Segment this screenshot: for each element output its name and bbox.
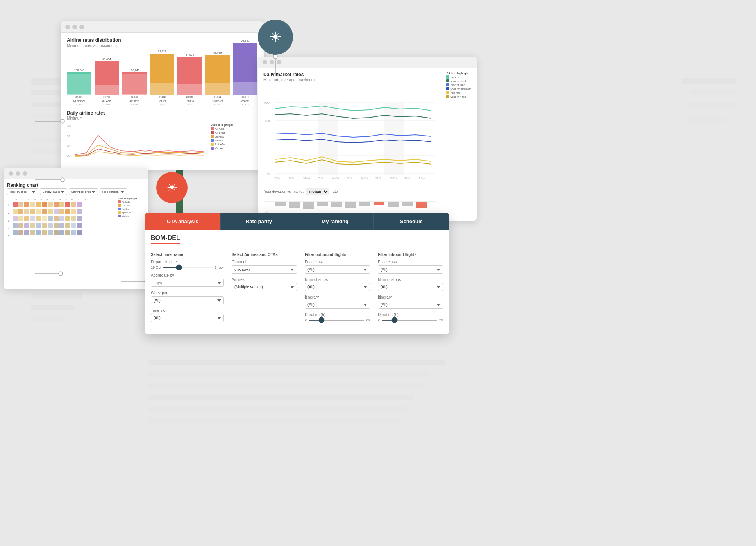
legend-vistara[interactable]: Vistara xyxy=(211,147,242,150)
bar-label-top-4: 54,879 xyxy=(186,54,194,56)
svg-text:50K: 50K xyxy=(265,120,270,122)
inbound-duration-slider[interactable] xyxy=(381,320,438,321)
legend-air-india[interactable]: Air India xyxy=(211,131,242,134)
tab-my-ranking[interactable]: My ranking xyxy=(297,213,374,230)
svg-rect-41 xyxy=(345,202,356,208)
svg-text:21: 21 xyxy=(15,199,17,201)
time-slot-select[interactable]: (All) xyxy=(151,314,224,322)
market-legend-your-max[interactable]: your max rate xyxy=(446,79,471,82)
bar-air-asia: 47,414 18,770 Air Asia 13,619 xyxy=(95,58,119,106)
svg-rect-44 xyxy=(388,202,399,207)
market-legend-your-median[interactable]: your median rate xyxy=(446,87,471,90)
svg-rect-78 xyxy=(30,209,35,214)
bar-spicejet: 59,939 24,811 SpiceJet 12,105 xyxy=(205,51,230,106)
ranking-controls: Rank by price Sort by lowest Show best p… xyxy=(7,188,145,195)
svg-text:10K: 10K xyxy=(67,154,72,157)
outbound-duration-slider[interactable] xyxy=(308,320,365,321)
svg-text:26 Oct: 26 Oct xyxy=(332,177,339,179)
tab-rate-parity[interactable]: Rate parity xyxy=(221,213,297,230)
market-chrome-dot-1 xyxy=(263,60,267,64)
bar-label-mid-2: 36,330 xyxy=(131,96,138,98)
hide-duration-select[interactable]: Hide duration xyxy=(100,188,127,195)
outbound-stops-select[interactable]: (All) xyxy=(305,283,370,291)
ranking-legend-vistara[interactable]: Vistara xyxy=(118,215,145,217)
main-form: BOM-DEL Select time frame Departure date… xyxy=(145,230,449,331)
bar-label-top-2: 130,240 xyxy=(129,69,139,72)
ranking-legend-spicejet[interactable]: SpiceJet xyxy=(118,211,145,214)
inbound-price-class-select[interactable]: (All) xyxy=(378,265,443,274)
legend-spicejet[interactable]: SpiceJet xyxy=(211,143,242,146)
market-rates-panel: Daily market rates Minimum, average, max… xyxy=(258,57,477,221)
bar-name-4: IndiGo xyxy=(186,100,194,102)
bar-seg-top-2 xyxy=(122,72,147,74)
outbound-price-class-label: Price class xyxy=(305,260,370,264)
svg-rect-67 xyxy=(42,202,47,207)
svg-rect-125 xyxy=(77,230,82,235)
week-part-select[interactable]: (All) xyxy=(151,296,224,304)
svg-rect-71 xyxy=(65,202,70,207)
svg-text:28: 28 xyxy=(59,199,61,201)
sort-by-select[interactable]: Sort by lowest xyxy=(40,188,67,195)
svg-rect-72 xyxy=(71,202,76,207)
svg-rect-46 xyxy=(416,202,427,208)
market-legend: Click to highlight max rate your max rat… xyxy=(446,72,471,99)
market-legend-min[interactable]: min rate xyxy=(446,91,471,94)
time-slot-label: Time slot xyxy=(151,308,224,313)
ranking-legend-gofirst[interactable]: GoFirst xyxy=(118,204,145,207)
bar-seg-mid-2 xyxy=(122,74,147,94)
aggregate-select[interactable]: days xyxy=(151,279,224,287)
outbound-duration-row: 2 29 xyxy=(305,318,370,322)
outbound-price-class-select[interactable]: (All) xyxy=(305,265,370,274)
legend-air-asia[interactable]: Air Asia xyxy=(211,127,242,130)
legend-gofirst[interactable]: GoFirst xyxy=(211,135,242,138)
avatar-top[interactable]: ☀ xyxy=(258,20,293,55)
market-title-row: Daily market rates Minimum, average, max… xyxy=(263,72,471,99)
channel-group: Channel unknown xyxy=(232,260,297,274)
svg-rect-37 xyxy=(289,202,300,208)
bar-seg-bot-2 xyxy=(122,94,147,95)
market-chrome xyxy=(258,57,477,68)
svg-rect-111 xyxy=(71,223,76,228)
svg-text:30 Oct: 30 Oct xyxy=(390,177,397,179)
bar-name-0: All airlines xyxy=(73,100,85,102)
show-best-select[interactable]: Show best price xyxy=(69,188,98,195)
deviation-select[interactable]: median xyxy=(306,188,329,195)
bar-label-bot-1: 13,619 xyxy=(103,103,110,106)
svg-text:25: 25 xyxy=(40,199,42,201)
inbound-col: Filter inbound flights Price class (All)… xyxy=(378,252,443,326)
market-chrome-dot-2 xyxy=(270,60,274,64)
chrome-dot-3 xyxy=(79,25,84,29)
inbound-itinerary-select[interactable]: (All) xyxy=(378,301,443,309)
airlines-select[interactable]: (Multiple values) xyxy=(232,283,297,291)
svg-rect-104 xyxy=(30,223,35,228)
channel-select[interactable]: unknown xyxy=(232,265,297,274)
outbound-itinerary-select[interactable]: (All) xyxy=(305,301,370,309)
svg-text:2: 2 xyxy=(8,211,9,214)
rank-by-select[interactable]: Rank by price xyxy=(7,188,38,195)
svg-rect-69 xyxy=(54,202,59,207)
route-label: BOM-DEL xyxy=(151,235,180,244)
ranking-legend-air-india[interactable]: Air India xyxy=(118,200,145,203)
avatar-mid[interactable]: ☀ xyxy=(156,172,188,203)
market-legend-max[interactable]: max rate xyxy=(446,75,471,79)
departure-range-slider[interactable] xyxy=(163,267,213,268)
inbound-price-class-label: Price class xyxy=(378,260,443,264)
bar-seg-bot-0 xyxy=(67,94,91,95)
legend-indigo[interactable]: IndiGo xyxy=(211,139,242,142)
svg-rect-86 xyxy=(77,209,82,214)
inbound-stops-select[interactable]: (All) xyxy=(378,283,443,291)
svg-text:29: 29 xyxy=(65,199,67,201)
tab-schedule[interactable]: Schedule xyxy=(374,213,449,230)
market-legend-your-min[interactable]: your min rate xyxy=(446,95,471,98)
market-legend-median[interactable]: median rate xyxy=(446,83,471,86)
tab-ota-analysis[interactable]: OTA analysis xyxy=(145,213,221,230)
svg-rect-23 xyxy=(384,103,404,175)
ranking-legend-title: Click to highlight xyxy=(118,197,145,200)
inbound-duration-min: 2 xyxy=(378,318,380,322)
bar-seg-mid-5 xyxy=(205,83,230,95)
svg-rect-39 xyxy=(317,202,328,206)
svg-rect-43 xyxy=(374,202,384,205)
ranking-legend-indigo[interactable]: IndiGo xyxy=(118,208,145,210)
airlines-label: Airlines xyxy=(232,277,297,282)
main-analysis-panel: OTA analysis Rate parity My ranking Sche… xyxy=(145,213,449,334)
